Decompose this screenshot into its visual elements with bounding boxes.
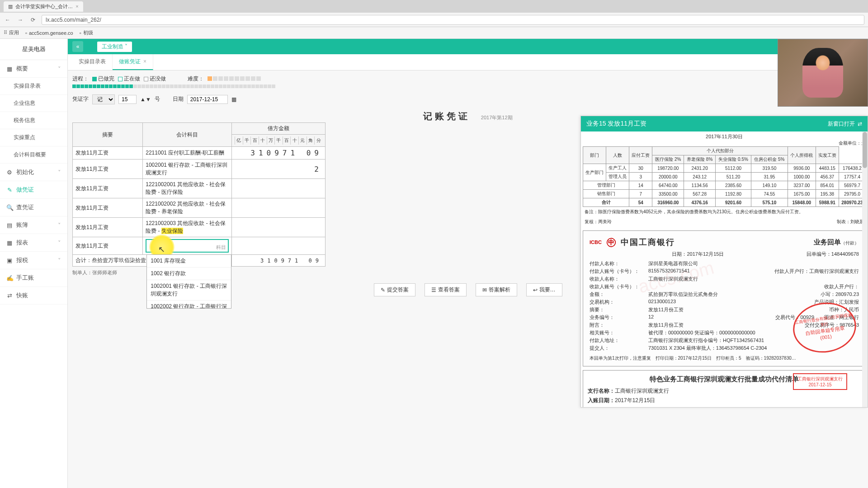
list-icon: ☰	[431, 287, 436, 293]
back-button[interactable]: ←	[4, 16, 12, 24]
page-tab[interactable]: 实操目录表	[72, 54, 113, 70]
progress-label: 进程：	[72, 75, 89, 83]
icbc-logo-icon: ㊥	[606, 235, 616, 249]
col-debit: 借方金额	[231, 123, 325, 135]
voucher-number-input[interactable]	[118, 95, 137, 104]
salary-table: 部门 人数 应付工资 个人代扣部分 个人所得税 实发工资 医疗保险 2% 养老保…	[583, 146, 866, 207]
sidebar-item[interactable]: 企业信息	[0, 95, 67, 112]
panel-title: 业务15 发放11月工资	[586, 120, 646, 128]
difficulty-indicator	[208, 76, 262, 82]
voucher-row[interactable]: 发放11月工资1221002003 其他应收款 - 社会保险费 - 失业保险	[73, 218, 326, 237]
sidebar-icon: ▣	[6, 257, 13, 264]
sidebar-item[interactable]: 会计科目概要	[0, 146, 67, 164]
sidebar-icon: ⚙	[6, 169, 13, 176]
voucher-date-input[interactable]	[187, 95, 228, 104]
page-icon: ▫	[80, 30, 81, 36]
calendar-icon[interactable]: ▦	[231, 96, 236, 103]
sidebar-item[interactable]: ✍手工账	[0, 269, 67, 287]
bookmark-item[interactable]: ▫初级	[80, 29, 93, 36]
answer-analysis-button[interactable]: ✉答案解析	[476, 283, 517, 296]
chevron-down-icon: ˅	[58, 257, 61, 264]
chat-icon: ✉	[482, 287, 487, 293]
bank-receipt: acc5.com ICBC ㊥ 中国工商银行 业务回单（付款） 日期：2017年…	[583, 230, 866, 366]
submit-answer-button[interactable]: ✎提交答案	[374, 283, 415, 296]
voucher-period: 2017年第12期	[481, 115, 513, 120]
panel-scrollbar[interactable]	[862, 131, 868, 407]
voucher-row[interactable]: 发放11月工资1002001 银行存款 - 工商银行深圳观澜支行2	[73, 160, 326, 179]
chevron-down-icon: ˅	[58, 66, 61, 72]
browser-tab[interactable]: ▥ 会计学堂实操中心_会计… ×	[4, 1, 83, 12]
reload-button[interactable]: ⟳	[29, 16, 37, 24]
url-bar[interactable]: lx.acc5.com/main_262/	[42, 15, 864, 25]
progress-bar	[72, 84, 863, 88]
apps-icon: ⠿	[4, 30, 7, 36]
tab-close-icon[interactable]: ×	[75, 4, 78, 9]
col-summary: 摘要	[73, 123, 143, 147]
industry-selector[interactable]: 工业制造 ˅	[97, 41, 132, 52]
sidebar-item[interactable]: ✎做凭证	[0, 181, 67, 199]
sidebar-item[interactable]: ⇄快账	[0, 287, 67, 305]
reply-icon: ↩	[533, 287, 538, 293]
sidebar: 星美电器 ▦概要˅实操目录表企业信息税务信息实操重点会计科目概要⚙初始化˅✎做凭…	[0, 39, 68, 488]
edit-icon: ✎	[381, 287, 385, 293]
tab-close-icon[interactable]: ×	[143, 58, 146, 65]
page-icon: ▫	[25, 30, 27, 36]
chevron-down-icon: ˅	[58, 169, 61, 176]
voucher-row[interactable]: 发放11月工资1221002001 其他应收款 - 社会保险费 - 医疗保险	[73, 179, 326, 198]
maker-name: 张师师老师	[92, 270, 117, 275]
chevron-down-icon: ˅	[58, 222, 61, 229]
voucher-row[interactable]: 发放11月工资↖科目1001 库存现金1002 银行存款1002001 银行存款…	[73, 237, 326, 255]
sidebar-item[interactable]: 🔍查凭证	[0, 199, 67, 216]
voucher-row[interactable]: 发放11月工资1221002002 其他应收款 - 社会保险费 - 养老保险	[73, 198, 326, 218]
voucher-title: 记账凭证	[423, 111, 470, 121]
sidebar-icon: ▦	[6, 66, 13, 72]
sidebar-icon: ✎	[6, 187, 13, 193]
sidebar-icon: 🔍	[6, 204, 13, 211]
dropdown-option[interactable]: 1002 银行存款	[147, 267, 231, 280]
subject-dropdown[interactable]: 1001 库存现金1002 银行存款1002001 银行存款 - 工商银行深圳观…	[146, 254, 231, 309]
cursor-icon: ↖	[158, 244, 165, 254]
dropdown-option[interactable]: 1001 库存现金	[147, 255, 231, 267]
forward-button[interactable]: →	[16, 16, 24, 24]
voucher-table: 摘要 会计科目 借方金额 亿千百十万千百十元角分 发放11月工资2211001 …	[72, 122, 326, 267]
sidebar-item[interactable]: 实操目录表	[0, 78, 67, 95]
sidebar-icon: ▤	[6, 222, 13, 229]
view-answer-button[interactable]: ☰查看答案	[425, 283, 467, 296]
chevron-down-icon: ˅	[125, 43, 127, 50]
collapse-sidebar-button[interactable]: «	[72, 41, 83, 52]
sidebar-item[interactable]: 实操重点	[0, 129, 67, 146]
tab-favicon: ▥	[8, 4, 13, 9]
bookmark-item[interactable]: ▫acc5com.gensee.co	[25, 30, 73, 36]
sidebar-item[interactable]: ▦报表˅	[0, 234, 67, 252]
dropdown-option[interactable]: 1002002 银行存款 - 工商银行深圳龙华	[147, 300, 231, 309]
col-subject: 会计科目	[143, 123, 232, 147]
company-name: 星美电器	[0, 39, 67, 60]
sidebar-item[interactable]: 税务信息	[0, 112, 67, 129]
apps-button[interactable]: ⠿应用	[4, 29, 19, 36]
total-debit: 310971 09	[231, 255, 325, 267]
sidebar-item[interactable]: ▣报税˅	[0, 252, 67, 269]
sidebar-item[interactable]: ▦概要˅	[0, 60, 67, 78]
icbc-logo-text: ICBC	[590, 239, 602, 245]
sidebar-icon: ✍	[6, 275, 13, 282]
open-new-window-button[interactable]: 新窗口打开 ⇄	[828, 120, 862, 128]
reference-panel: 业务15 发放11月工资 新窗口打开 ⇄ 2017年11月30日 金额单位：元 …	[580, 116, 868, 408]
batch-list: 特色业务工商银行深圳观澜支行批量成功代付清单 支行名称：工商银行深圳观澜支行 入…	[583, 370, 866, 407]
sidebar-item[interactable]: ⚙初始化˅	[0, 164, 67, 181]
subject-input[interactable]: ↖科目1001 库存现金1002 银行存款1002001 银行存款 - 工商银行…	[146, 239, 229, 253]
sidebar-item[interactable]: ▤账簿˅	[0, 216, 67, 234]
sidebar-icon: ⇄	[6, 292, 13, 299]
swap-icon: ⇄	[858, 121, 862, 127]
salary-note: 备注：除医疗保险缴费基数为4052元外，其余保险的缴费基数均为2130元。住房公…	[583, 207, 866, 217]
ask-button[interactable]: ↩我要…	[526, 283, 562, 296]
page-tab[interactable]: 做账凭证×	[113, 54, 153, 70]
webcam-overlay	[778, 39, 868, 107]
voucher-row[interactable]: 发放11月工资2211001 应付职工薪酬-职工薪酬310971 09	[73, 147, 326, 160]
chevron-down-icon: ˅	[58, 239, 61, 246]
dropdown-option[interactable]: 1002001 银行存款 - 工商银行深圳观澜支行	[147, 280, 231, 300]
sidebar-icon: ▦	[6, 239, 13, 246]
voucher-type-select[interactable]: 记	[92, 94, 115, 104]
branch-stamp: 工商银行深圳观澜支行 2017-12-15	[793, 373, 847, 390]
tab-title: 会计学堂实操中心_会计…	[15, 3, 73, 10]
